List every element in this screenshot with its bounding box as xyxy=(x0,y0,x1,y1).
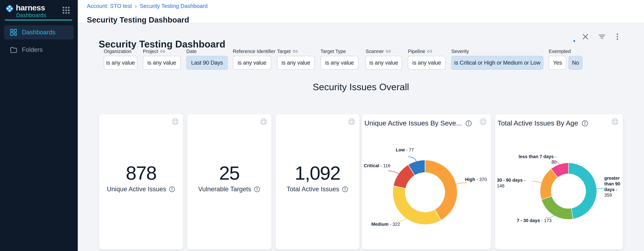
chart-callout-low: Low - 77 xyxy=(382,147,414,153)
filter-value[interactable]: is any value xyxy=(408,56,446,70)
link-icon xyxy=(160,49,165,54)
page-title: Security Testing Dashboard xyxy=(87,15,189,24)
filter-value[interactable]: is any value xyxy=(143,56,180,70)
chart-title: Unique Active Issues By Seve... xyxy=(364,119,462,127)
globe-icon[interactable] xyxy=(260,118,267,126)
chart-callout-30-90-days: 30 - 90 days - 146 xyxy=(497,178,534,189)
link-icon xyxy=(427,49,432,54)
info-icon[interactable] xyxy=(169,186,175,193)
sidebar-item-folders[interactable]: Folders xyxy=(4,43,74,57)
info-icon[interactable] xyxy=(254,186,260,193)
filter-value[interactable]: is any value xyxy=(104,56,137,70)
breadcrumb-chevron-icon: › xyxy=(135,3,137,9)
sidebar-item-label: Dashboards xyxy=(22,29,56,36)
filter-value[interactable]: is any value xyxy=(320,56,358,70)
stat-card-vulnerable-targets: 25 Vulnerable Targets xyxy=(187,114,272,249)
sidebar-item-label: Folders xyxy=(22,46,42,53)
chart-callout-less-7-days: less than 7 days - 80 xyxy=(515,154,556,165)
exempted-yes-button[interactable]: Yes xyxy=(549,56,566,70)
filter-label: Exempted xyxy=(549,48,589,54)
globe-icon[interactable] xyxy=(172,118,179,126)
chart-callout-7-30-days: 7 - 30 days - 173 xyxy=(517,218,554,224)
age-donut-chart[interactable] xyxy=(538,160,600,222)
notification-dot xyxy=(573,40,575,42)
filter-label: Pipeline xyxy=(408,49,425,54)
stat-card-unique-active-issues: 878 Unique Active Issues xyxy=(99,114,183,249)
link-icon xyxy=(293,49,298,54)
filter-target-type: Target Type is any value xyxy=(320,48,358,70)
stat-value: 25 xyxy=(187,162,271,184)
filter-value[interactable]: is any value xyxy=(366,56,402,70)
exempted-no-button[interactable]: No xyxy=(568,56,582,70)
filter-reference-identifier: Reference Identifier is any value xyxy=(233,48,271,70)
stat-label: Vulnerable Targets xyxy=(198,186,251,193)
chart-callout-high: High - 370 xyxy=(465,177,491,183)
globe-icon[interactable] xyxy=(348,118,355,126)
filter-value[interactable]: is Critical or High or Medium or Low xyxy=(451,56,543,70)
filter-label: Severity xyxy=(451,48,543,54)
dashboard-content: Security Testing Dashboard Organization … xyxy=(78,23,644,251)
sidebar: harness Dashboards Dashboards Folders xyxy=(0,0,78,251)
filter-label: Date xyxy=(186,48,228,54)
filter-exempted: Exempted Yes No xyxy=(549,48,589,70)
section-title: Security Issues Overall xyxy=(78,81,644,92)
chart-card-issues-by-severity: Unique Active Issues By Seve... High - 3… xyxy=(362,114,491,249)
filter-value[interactable]: is any value xyxy=(233,56,271,70)
filter-value[interactable]: is any value xyxy=(277,56,315,70)
stat-label: Unique Active Issues xyxy=(107,186,166,193)
filter-label: Reference Identifier xyxy=(233,48,271,54)
filter-scanner: Scanner is any value xyxy=(366,48,402,70)
folder-icon xyxy=(10,46,17,53)
filter-organization: Organization is any value xyxy=(104,48,137,70)
filter-label: Project xyxy=(143,49,158,54)
module-name: Dashboards xyxy=(16,12,46,18)
breadcrumb-account-link[interactable]: Account: STO test xyxy=(87,3,132,9)
topbar: Account: STO test › Security Testing Das… xyxy=(78,0,644,23)
stat-label: Total Active Issues xyxy=(287,186,339,193)
filter-severity: Severity is Critical or High or Medium o… xyxy=(451,48,543,70)
filter-target: Target is any value xyxy=(277,48,315,70)
breadcrumb-dashboard-link[interactable]: Security Testing Dashboard xyxy=(140,3,208,9)
breadcrumb: Account: STO test › Security Testing Das… xyxy=(87,3,208,9)
info-icon[interactable] xyxy=(582,120,588,127)
filter-label: Target Type xyxy=(320,48,358,54)
link-icon xyxy=(386,49,391,54)
filter-label: Scanner xyxy=(366,49,384,54)
info-icon[interactable] xyxy=(342,186,348,193)
filter-date: Date Last 90 Days xyxy=(186,48,228,70)
close-icon[interactable] xyxy=(581,32,590,41)
info-icon[interactable] xyxy=(465,120,472,127)
kebab-menu-icon[interactable] xyxy=(613,32,622,41)
stat-value: 878 xyxy=(99,162,183,184)
globe-icon[interactable] xyxy=(480,118,487,126)
filter-value[interactable]: Last 90 Days xyxy=(186,56,228,70)
stat-value: 1,092 xyxy=(276,162,359,184)
chart-title: Total Active Issues By Age xyxy=(498,119,578,127)
globe-icon[interactable] xyxy=(611,118,619,126)
chart-callout-medium: Medium - 322 xyxy=(371,222,402,227)
harness-logo-icon xyxy=(5,4,14,13)
severity-donut-chart[interactable] xyxy=(390,157,460,228)
harness-logo-text: harness xyxy=(16,3,45,12)
filter-project: Project is any value xyxy=(143,48,180,70)
chart-card-issues-by-age: Total Active Issues By Age greater than … xyxy=(495,114,623,249)
sidebar-item-dashboards[interactable]: Dashboards xyxy=(4,25,74,39)
chart-callout-critical: Critical - 116 xyxy=(364,163,393,169)
app-grid-icon[interactable] xyxy=(62,6,70,14)
sidebar-accent-underline xyxy=(5,19,72,20)
dashboards-icon xyxy=(10,29,17,36)
chart-callout-greater-90-days: greater than 90 days - 359 xyxy=(604,176,623,198)
stat-card-total-active-issues: 1,092 Total Active Issues xyxy=(275,114,360,249)
filter-pipeline: Pipeline is any value xyxy=(408,48,446,70)
filter-label: Target xyxy=(277,49,291,54)
filter-icon[interactable] xyxy=(597,32,607,41)
filter-label: Organization xyxy=(104,48,137,54)
